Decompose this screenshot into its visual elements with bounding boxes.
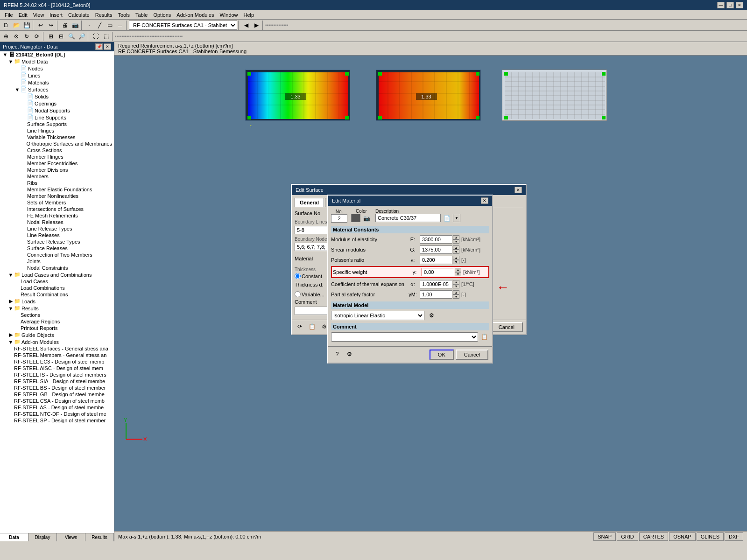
nav-load-cases-combo[interactable]: ▼ 📁 Load Cases and Combinations [0,271,114,278]
nav-avg-regions[interactable]: Average Regions [0,318,114,325]
menu-options[interactable]: Options [150,11,174,19]
menu-edit[interactable]: Edit [16,11,30,19]
nav-surface-supports[interactable]: Surface Supports [0,121,114,127]
nav-line-release-types[interactable]: Line Release Types [0,225,114,232]
close-button[interactable]: ✕ [736,2,743,8]
nav-rf-steel-ec3[interactable]: RF-STEEL EC3 - Design of steel memb [0,358,114,365]
nav-line-releases[interactable]: Line Releases [0,232,114,238]
nav-nodes[interactable]: 📄 Nodes [0,65,114,72]
nav-expand-root[interactable]: ▼ [2,52,8,57]
tb-save[interactable]: 💾 [21,21,32,30]
menu-window[interactable]: Window [217,11,240,19]
tb-screenshot[interactable]: 📷 [70,21,80,30]
mat-color-swatch[interactable] [351,214,360,222]
nav-load-cases[interactable]: Load Cases [0,278,114,285]
menu-insert[interactable]: Insert [47,11,65,19]
tb2-6[interactable]: ⊟ [56,32,66,41]
mat-gammaM-down[interactable]: ▼ [453,294,459,299]
nav-openings[interactable]: 📄 Openings [0,100,114,107]
menu-calculate[interactable]: Calculate [65,11,92,19]
nav-rf-steel-csa[interactable]: RF-STEEL CSA - Design of steel memb [0,398,114,404]
surface-btn2[interactable]: 📋 [307,322,317,331]
nav-rf-steel-bs[interactable]: RF-STEEL BS - Design of steel member [0,385,114,391]
status-glines[interactable]: GLINES [697,532,724,541]
tb2-10[interactable]: ⬚ [101,32,111,41]
navigator-pin[interactable]: 📌 [95,43,103,50]
nav-rf-steel-aisc[interactable]: RF-STEEL AISC - Design of steel mem [0,365,114,371]
mat-gamma-down[interactable]: ▼ [455,272,461,276]
mat-gammaM-input[interactable] [420,290,452,299]
tb-view-dropdown[interactable]: RF-CONCRETE Surfaces CA1 - Stahlbet [129,21,237,30]
nav-lines[interactable]: 📄 Lines [0,72,114,79]
tb2-8[interactable]: 🔎 [77,32,87,41]
mat-g-up[interactable]: ▲ [453,245,459,250]
mat-nu-input[interactable] [420,256,452,264]
menu-tools[interactable]: Tools [115,11,133,19]
edit-material-close[interactable]: ✕ [481,197,488,204]
nav-rf-steel-gb[interactable]: RF-STEEL GB - Design of steel membe [0,391,114,398]
mat-alpha-input[interactable] [420,280,452,288]
tb2-5[interactable]: ⊞ [46,32,56,41]
nav-rf-steel-members[interactable]: RF-STEEL Members - General stress an [0,352,114,358]
mat-e-input[interactable] [420,235,452,244]
tb-member[interactable]: ═ [115,21,125,30]
mat-model-select[interactable]: Isotropic Linear Elastic [331,311,424,320]
nav-tab-results[interactable]: Results [85,533,114,541]
nav-surface-release-types[interactable]: Surface Release Types [0,238,114,245]
nav-rf-steel-sia[interactable]: RF-STEEL SIA - Design of steel membe [0,378,114,385]
mat-desc-input[interactable] [375,214,441,222]
tab-general[interactable]: General [295,198,324,207]
mat-footer-btn2[interactable]: ⚙ [344,350,354,359]
mat-e-up[interactable]: ▲ [453,235,459,239]
mat-desc-dropdown[interactable]: ▼ [453,214,460,222]
nav-member-nonlin[interactable]: Member Nonlinearities [0,193,114,199]
nav-expand-loads[interactable]: ▼ [7,272,14,278]
tb-print[interactable]: 🖨 [60,21,70,30]
nav-rf-steel-ntcdf[interactable]: RF-STEEL NTC-DF - Design of steel me [0,411,114,417]
nav-expand-results[interactable]: ▼ [7,306,14,311]
status-osnap[interactable]: OSNAP [669,532,696,541]
nav-materials[interactable]: 📄 Materials [0,79,114,86]
nav-expand-surfaces[interactable]: ▼ [14,87,21,92]
mat-nu-down[interactable]: ▼ [453,260,459,264]
nav-connection-two[interactable]: Connection of Two Members [0,252,114,258]
menu-table[interactable]: Table [133,11,150,19]
nav-addon-modules[interactable]: ▼ 📁 Add-on Modules [0,338,114,345]
nav-members[interactable]: Members [0,173,114,180]
tb-surface[interactable]: ▭ [105,21,115,30]
nav-intersections[interactable]: Intersections of Surfaces [0,206,114,212]
nav-var-thick[interactable]: Variable Thicknesses [0,134,114,140]
nav-results[interactable]: ▼ 📁 Results [0,305,114,312]
minimize-button[interactable]: — [717,2,725,8]
nav-member-hinges[interactable]: Member Hinges [0,154,114,160]
status-cartes[interactable]: CARTES [639,532,668,541]
mat-comment-input[interactable] [331,332,478,342]
nav-rf-steel-sp[interactable]: RF-STEEL SP - Design of steel member [0,417,114,424]
menu-file[interactable]: File [2,11,16,19]
tb-nav-next[interactable]: ▶ [251,21,261,30]
mat-footer-btn1[interactable]: ? [332,350,342,359]
maximize-button[interactable]: □ [726,2,734,8]
tb-node[interactable]: · [84,21,94,30]
nav-model-data[interactable]: ▼ 📁 Model Data [0,58,114,65]
mat-model-edit-btn[interactable]: ⚙ [426,311,437,320]
nav-guide-objects[interactable]: ▶ 📁 Guide Objects [0,331,114,338]
mat-cancel-btn[interactable]: Cancel [456,350,488,360]
tb-undo[interactable]: ↩ [35,21,46,30]
nav-rf-steel-is[interactable]: RF-STEEL IS - Design of steel members [0,371,114,378]
status-grid[interactable]: GRID [617,532,638,541]
nav-loads[interactable]: ▶ 📁 Loads [0,298,114,305]
edit-surface-close[interactable]: ✕ [514,187,522,193]
nav-expand-loads2[interactable]: ▶ [7,298,14,304]
tb2-1[interactable]: ⊕ [1,32,11,41]
surface-cancel-btn[interactable]: Cancel [490,322,523,332]
tb-nav-prev[interactable]: ◀ [241,21,251,30]
tb-line[interactable]: ╱ [94,21,105,30]
nav-surfaces[interactable]: ▼ 📄 Surfaces [0,86,114,93]
nav-cross-sections[interactable]: Cross-Sections [0,147,114,154]
nav-member-div[interactable]: Member Divisions [0,167,114,173]
tb-open[interactable]: 📂 [11,21,21,30]
nav-load-combinations[interactable]: Load Combinations [0,285,114,291]
nav-rf-steel-as[interactable]: RF-STEEL AS - Design of steel membe [0,404,114,411]
nav-surface-releases[interactable]: Surface Releases [0,245,114,252]
